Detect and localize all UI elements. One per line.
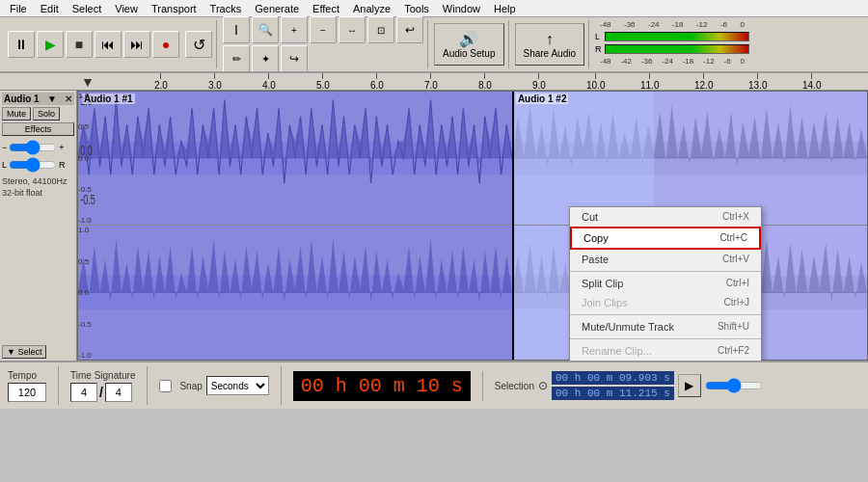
selection-highlight-top xyxy=(512,92,654,225)
vu-scale-top: -48-36-24-18-12-60 xyxy=(600,20,745,29)
audio-setup-section: 🔊 Audio Setup xyxy=(430,20,509,68)
sel-start-time: 00 h 00 m 09.903 s xyxy=(552,371,674,385)
time-sig-numerator[interactable] xyxy=(70,383,97,402)
menu-generate[interactable]: Generate xyxy=(249,2,305,15)
sel-end-time: 00 h 00 m 11.215 s xyxy=(552,387,674,400)
track-title: Audio 1 xyxy=(4,94,40,104)
zoom-fit-btn[interactable]: ↔ xyxy=(339,16,366,43)
selection-label: Selection xyxy=(495,381,534,391)
pan-slider[interactable] xyxy=(9,159,57,171)
record-button[interactable]: ● xyxy=(152,31,179,58)
draw-tool[interactable]: ✏ xyxy=(223,45,250,72)
ctx-sep-3 xyxy=(570,338,761,339)
tempo-input[interactable] xyxy=(8,383,46,402)
solo-button[interactable]: Solo xyxy=(33,107,60,120)
zoom-out-btn[interactable]: − xyxy=(310,16,337,43)
audio-clip-1-top[interactable]: Audio 1 #1 1.0 0.0 -0.5 xyxy=(78,92,512,225)
effects-button[interactable]: Effects xyxy=(2,122,74,136)
gain-pan-row: − + xyxy=(2,140,74,155)
track-close-btn[interactable]: ✕ xyxy=(65,94,72,104)
share-audio-section: ↑ Share Audio xyxy=(511,20,590,68)
vu-meter-section: -48-36-24-18-12-60 L R -48-42-36-24-18-1… xyxy=(591,20,753,68)
ctx-cut[interactable]: Cut Ctrl+X xyxy=(570,207,761,227)
select-track-button[interactable]: ▼ Select xyxy=(2,345,46,359)
share-audio-button[interactable]: ↑ Share Audio xyxy=(515,23,585,66)
ctx-sep-1 xyxy=(570,271,761,272)
menu-transport[interactable]: Transport xyxy=(146,2,203,15)
undo-btn[interactable]: ↩ xyxy=(396,16,423,43)
vu-bar-l xyxy=(605,32,749,41)
audio-setup-button[interactable]: 🔊 Audio Setup xyxy=(434,23,504,66)
multi-tool[interactable]: ✦ xyxy=(252,45,279,72)
ctx-split-clip[interactable]: Split Clip Ctrl+I xyxy=(570,274,761,293)
transport-section: ⏸ ▶ ■ ⏮ ⏭ ● ↺ xyxy=(4,20,217,68)
timeline-ruler[interactable]: ▼ 2.0 3.0 4.0 5.0 6.0 7.0 8.0 9.0 10.0 1… xyxy=(0,73,868,91)
menu-tools[interactable]: Tools xyxy=(398,2,435,15)
loop-button[interactable]: ↺ xyxy=(185,31,212,58)
gain-slider[interactable] xyxy=(9,142,57,153)
selection-times: 00 h 00 m 09.903 s 00 h 00 m 11.215 s xyxy=(552,371,674,400)
snap-checkbox[interactable] xyxy=(159,380,172,392)
tempo-section: Tempo xyxy=(8,366,59,405)
track-info: Stereo, 44100Hz32-bit float xyxy=(2,176,74,199)
time-sig-denominator[interactable] xyxy=(105,383,132,402)
ruler-track: 2.0 3.0 4.0 5.0 6.0 7.0 8.0 9.0 10.0 11.… xyxy=(154,73,868,90)
ruler-mark: 3.0 xyxy=(208,73,222,91)
context-menu: Cut Ctrl+X Copy Ctrl+C Paste Ctrl+V Spli… xyxy=(569,206,762,361)
speed-slider[interactable] xyxy=(705,378,763,393)
menu-edit[interactable]: Edit xyxy=(35,2,65,15)
track-controls: Mute Solo xyxy=(2,107,74,120)
vu-scale-bottom: -48-42-36-24-18-12-60 xyxy=(600,57,745,66)
ruler-mark: 14.0 xyxy=(802,73,821,91)
select-tool[interactable]: I xyxy=(223,16,250,43)
menu-bar: File Edit Select View Transport Tracks G… xyxy=(0,0,868,17)
transport-group: ⏸ ▶ ■ ⏮ ⏭ ● xyxy=(8,31,179,58)
share-audio-icon: ↑ xyxy=(546,31,554,48)
y-axis-bottom: 1.0 0.5 0.0 -0.5 -1.0 xyxy=(78,226,94,360)
ruler-mark: 6.0 xyxy=(370,73,384,91)
stop-button[interactable]: ■ xyxy=(66,31,93,58)
audio-clip-2-top[interactable]: Audio 1 #2 xyxy=(512,92,867,225)
menu-tracks[interactable]: Tracks xyxy=(204,2,248,15)
vu-row-r: R xyxy=(595,44,749,54)
menu-analyze[interactable]: Analyze xyxy=(347,2,396,15)
redo-btn[interactable]: ↪ xyxy=(281,45,308,72)
zoom-in-tool[interactable]: 🔍 xyxy=(252,16,279,43)
ctx-copy[interactable]: Copy Ctrl+C xyxy=(570,227,761,250)
play-at-speed-button[interactable]: ▶ xyxy=(678,374,701,397)
ruler-mark: 8.0 xyxy=(478,73,492,91)
audio-clip-1-bottom[interactable] xyxy=(78,226,512,360)
menu-window[interactable]: Window xyxy=(437,2,486,15)
menu-view[interactable]: View xyxy=(109,2,144,15)
ruler-mark: 9.0 xyxy=(532,73,546,91)
ctx-mute-track[interactable]: Mute/Unmute Track Shift+U xyxy=(570,317,761,336)
tempo-label: Tempo xyxy=(8,370,46,381)
menu-effect[interactable]: Effect xyxy=(307,2,345,15)
mute-button[interactable]: Mute xyxy=(2,107,31,120)
ruler-mark: 4.0 xyxy=(262,73,276,91)
skip-end-button[interactable]: ⏭ xyxy=(123,31,150,58)
track-area: Audio 1 ▼ ✕ Mute Solo Effects − + L R St… xyxy=(0,91,868,361)
select-btn-area: ▼ Select xyxy=(2,341,74,359)
menu-file[interactable]: File xyxy=(4,2,33,15)
share-audio-label: Share Audio xyxy=(524,48,577,59)
ctx-rename-clip[interactable]: Rename Clip... Ctrl+F2 xyxy=(570,341,761,361)
zoom-in-btn[interactable]: + xyxy=(281,16,308,43)
audio-setup-icon: 🔊 xyxy=(459,30,478,48)
audio-setup-label: Audio Setup xyxy=(443,48,496,59)
play-button[interactable]: ▶ xyxy=(37,31,64,58)
menu-help[interactable]: Help xyxy=(488,2,522,15)
snap-group: Snap xyxy=(159,380,202,392)
ctx-paste[interactable]: Paste Ctrl+V xyxy=(570,250,761,269)
snap-unit-select[interactable]: Seconds xyxy=(206,376,269,395)
sel-icon: ⊙ xyxy=(538,379,548,392)
track-menu-btn[interactable]: ▼ xyxy=(47,94,57,104)
menu-select[interactable]: Select xyxy=(67,2,108,15)
skip-start-button[interactable]: ⏮ xyxy=(95,31,122,58)
ctx-join-clips[interactable]: Join Clips Ctrl+J xyxy=(570,293,761,312)
sel-icon-sym: ⊙ xyxy=(538,379,548,392)
selection-section: Selection ⊙ 00 h 00 m 09.903 s 00 h 00 m… xyxy=(495,371,763,400)
zoom-sel-btn[interactable]: ⊡ xyxy=(367,16,394,43)
pause-button[interactable]: ⏸ xyxy=(8,31,35,58)
ruler-mark: 10.0 xyxy=(586,73,605,91)
